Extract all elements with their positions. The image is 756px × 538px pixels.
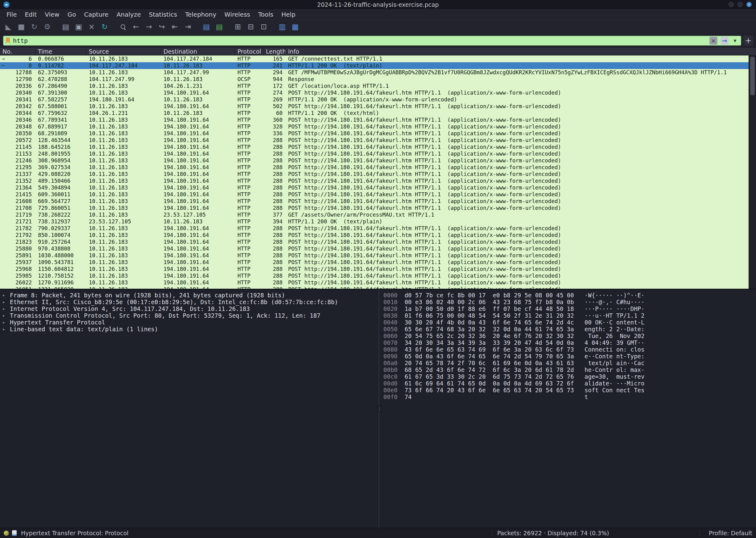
close-button[interactable]: × <box>746 2 752 7</box>
packet-row[interactable]: 8⌐0.114702104.117.247.18410.11.26.183HTT… <box>0 62 756 69</box>
restart-capture-button[interactable]: ↻ <box>29 22 39 32</box>
hex-row[interactable]: 00f074t <box>383 394 756 400</box>
hex-row[interactable]: 003001 f6 06 75 00 00 48 54 54 50 2f 31 … <box>383 312 756 319</box>
detail-row[interactable]: ▸Frame 8: Packet, 241 bytes on wire (192… <box>0 292 378 298</box>
filter-apply-button[interactable]: → <box>721 37 728 45</box>
column-header-info[interactable]: Info <box>285 47 756 55</box>
packet-row[interactable]: 260511331.06502010.11.26.183194.180.191.… <box>0 286 756 289</box>
packet-row[interactable]: 20572128.46354410.11.26.183194.180.191.6… <box>0 137 756 143</box>
packet-row[interactable]: 2034667.78934110.11.26.183194.180.191.64… <box>0 117 756 123</box>
reload-file-button[interactable]: ↻ <box>99 22 110 32</box>
packet-row[interactable]: 2034267.58800110.11.26.183194.180.191.64… <box>0 103 756 110</box>
column-header-time[interactable]: Time <box>35 47 86 55</box>
hex-row[interactable]: 00e073 6f 66 74 20 43 6f 6e 6e 65 63 74 … <box>383 387 756 394</box>
find-packet-button[interactable] <box>118 22 128 32</box>
detail-row[interactable]: ▸Transmission Control Protocol, Src Port… <box>0 312 378 319</box>
open-file-button[interactable]: ▤ <box>60 22 71 32</box>
expand-arrow-icon[interactable]: ▸ <box>2 293 10 298</box>
go-forward-button[interactable]: → <box>144 22 154 32</box>
menu-capture[interactable]: Capture <box>80 10 113 19</box>
hex-row[interactable]: 0000d0 57 7b ce fc 8b 00 17 e0 b8 29 5e … <box>383 292 756 298</box>
save-file-button[interactable]: ▣ <box>73 22 84 32</box>
packet-row[interactable]: 259681150.60481210.11.26.183194.180.191.… <box>0 266 756 272</box>
hex-row[interactable]: 00b068 65 2d 43 6f 6e 74 72 6f 6c 3a 20 … <box>383 366 756 373</box>
packet-row[interactable]: 21415609.36001110.11.26.183194.180.191.6… <box>0 191 756 198</box>
packet-list-scrollbar[interactable] <box>749 55 756 289</box>
scrollbar-thumb[interactable] <box>750 57 755 95</box>
detail-row[interactable]: ▸Line-based text data: text/plain (1 lin… <box>0 326 378 333</box>
packet-row[interactable]: 21782790.02933710.11.26.183194.180.191.6… <box>0 225 756 232</box>
hex-row[interactable]: 00c061 67 65 3d 33 30 2c 20 6d 75 73 74 … <box>383 373 756 380</box>
menu-file[interactable]: File <box>2 10 21 19</box>
column-header-no[interactable]: No. <box>0 47 35 55</box>
hex-row[interactable]: 009065 0d 0a 43 6f 6e 74 65 6e 74 2d 54 … <box>383 353 756 359</box>
packet-row[interactable]: 21145188.64521610.11.26.183194.180.191.6… <box>0 143 756 150</box>
menu-analyze[interactable]: Analyze <box>113 10 145 19</box>
title-bar[interactable]: 2024-11-26-traffic-analysis-exercise.pca… <box>0 0 756 9</box>
stop-capture-button[interactable]: ■ <box>16 22 27 32</box>
packet-row[interactable]: 21823910.25726410.11.26.183194.180.191.6… <box>0 239 756 245</box>
packet-row[interactable]: 21153248.80195510.11.26.183194.180.191.6… <box>0 150 756 157</box>
first-packet-button[interactable]: ⇤ <box>170 22 180 32</box>
start-capture-button[interactable]: ◣ <box>3 22 14 32</box>
packet-row[interactable]: 2034867.88991710.11.26.183194.180.191.64… <box>0 123 756 130</box>
capture-file-properties-icon[interactable] <box>12 530 17 536</box>
filter-clear-button[interactable]: × <box>710 37 718 45</box>
zoom-out-button[interactable]: ⊟ <box>245 22 256 32</box>
column-header-destination[interactable]: Destination <box>161 47 235 55</box>
hex-row[interactable]: 005065 6e 67 74 68 3a 20 32 32 0d 0a 44 … <box>383 326 756 333</box>
hex-row[interactable]: 001000 e3 86 02 40 00 2c 06 43 23 68 75 … <box>383 298 756 305</box>
detail-row[interactable]: ▸Hypertext Transfer Protocol <box>0 319 378 326</box>
maximize-button[interactable] <box>737 2 743 7</box>
packet-row[interactable]: 2035068.29108910.11.26.183194.180.191.64… <box>0 130 756 137</box>
resize-columns-button[interactable]: ▥ <box>277 22 287 32</box>
menu-wireless[interactable]: Wireless <box>220 10 254 19</box>
hex-row[interactable]: 00201a b7 00 50 d0 1f 88 e6 ff 07 be cf … <box>383 305 756 312</box>
display-filter-input[interactable]: http × → ▾ <box>3 36 741 46</box>
packet-row[interactable]: 1279062.470288104.117.247.9910.11.26.183… <box>0 76 756 82</box>
packet-row[interactable]: 21608669.56472710.11.26.183194.180.191.6… <box>0 198 756 205</box>
menu-help[interactable]: Help <box>277 10 299 19</box>
hex-row[interactable]: 00d061 6c 69 64 61 74 65 0d 0a 0d 0a 4d … <box>383 380 756 387</box>
hex-row[interactable]: 004030 30 20 4f 4b 0d 0a 43 6f 6e 74 65 … <box>383 319 756 326</box>
packet-row[interactable]: 2034167.582257194.180.191.6410.11.26.183… <box>0 96 756 103</box>
column-header-length[interactable]: Length <box>263 47 285 55</box>
toggle-columns-button[interactable]: ▦ <box>290 22 300 32</box>
column-header-protocol[interactable]: Protocol <box>235 47 263 55</box>
filter-bookmark-icon[interactable] <box>6 37 10 44</box>
minimize-button[interactable] <box>728 2 734 7</box>
expand-arrow-icon[interactable]: ▸ <box>2 313 10 318</box>
detail-row[interactable]: ▸Ethernet II, Src: Cisco_b8:29:5e (00:17… <box>0 298 378 305</box>
column-header-source[interactable]: Source <box>86 47 161 55</box>
packet-row[interactable]: 21352489.15046610.11.26.183194.180.191.6… <box>0 178 756 184</box>
packet-row[interactable]: 21246308.96895410.11.26.183194.180.191.6… <box>0 157 756 164</box>
packet-row[interactable]: 21719738.26822210.11.26.18323.53.127.105… <box>0 211 756 218</box>
packet-row[interactable]: 21337429.08822010.11.26.183194.180.191.6… <box>0 171 756 178</box>
expand-arrow-icon[interactable]: ▸ <box>2 299 10 305</box>
zoom-in-button[interactable]: ⊞ <box>232 22 243 32</box>
menu-tools[interactable]: Tools <box>254 10 277 19</box>
menu-edit[interactable]: Edit <box>21 10 41 19</box>
packet-row[interactable]: 258911030.48800010.11.26.183194.180.191.… <box>0 252 756 259</box>
packet-row[interactable]: 259371090.54378110.11.26.183194.180.191.… <box>0 259 756 266</box>
colorize-packets-button[interactable]: ▤ <box>214 22 224 32</box>
menu-go[interactable]: Go <box>64 10 80 19</box>
expert-info-icon[interactable] <box>4 531 9 536</box>
packet-row[interactable]: 21295369.02753410.11.26.183194.180.191.6… <box>0 164 756 171</box>
statusbar-profile[interactable]: Profile: Default <box>709 530 752 536</box>
expand-arrow-icon[interactable]: ▸ <box>2 326 10 332</box>
auto-scroll-button[interactable]: ▤ <box>201 22 212 32</box>
packet-row[interactable]: 21708729.86005110.11.26.183194.180.191.6… <box>0 205 756 211</box>
menu-statistics[interactable]: Statistics <box>145 10 181 19</box>
packet-row[interactable]: 2034467.759632104.26.1.23110.11.26.183HT… <box>0 110 756 117</box>
packet-row[interactable]: 21364549.30489410.11.26.183194.180.191.6… <box>0 184 756 191</box>
packet-row[interactable]: 259851210.75815210.11.26.183194.180.191.… <box>0 272 756 279</box>
hex-row[interactable]: 006020 54 75 65 2c 20 32 36 20 4e 6f 76 … <box>383 333 756 339</box>
hex-row[interactable]: 00a020 74 65 78 74 2f 70 6c 61 69 6e 0d … <box>383 359 756 366</box>
expand-arrow-icon[interactable]: ▸ <box>2 320 10 325</box>
packet-list[interactable]: 6→0.06687610.11.26.183104.117.247.184HTT… <box>0 55 756 289</box>
normal-size-button[interactable]: ⊡ <box>259 22 269 32</box>
packet-row[interactable]: 6→0.06687610.11.26.183104.117.247.184HTT… <box>0 55 756 62</box>
pane-splitter[interactable]: ⋮ <box>378 289 380 528</box>
hex-row[interactable]: 008043 6f 6e 6e 65 63 74 69 6f 6e 3a 20 … <box>383 346 756 353</box>
